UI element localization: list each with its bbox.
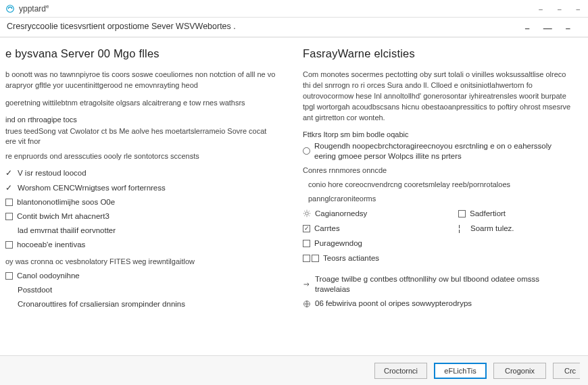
list-item[interactable]: 06 febwiriva poont ol oripes sowwypterod… (303, 299, 573, 309)
checkbox-icon[interactable] (303, 240, 310, 247)
checkbox-icon[interactable] (312, 255, 319, 262)
window-controls: – – – (536, 0, 583, 18)
list-item-label: V isr restoud loocod (18, 168, 87, 178)
list-item[interactable]: ¦ Soarm tulez. (458, 224, 573, 234)
checkbox-icon[interactable] (5, 199, 13, 206)
right-column: FasrayWarne elcisties Com monotes socerm… (291, 47, 588, 354)
list-item-label: Carrtes (314, 224, 340, 234)
list-item[interactable]: Teosrs actiantes (303, 253, 418, 263)
button-4[interactable]: Crc (553, 363, 580, 379)
list-item[interactable]: Canol oodoynihne (5, 271, 276, 281)
list-item-label: hocoeab'e inentivas (17, 240, 85, 250)
minimize-button[interactable]: – (536, 4, 545, 14)
sub-controls: – — – (525, 23, 570, 33)
list-item-label: Contit bwich Mrt ahacnert3 (17, 211, 109, 222)
checkbox-icon[interactable] (303, 255, 310, 262)
left-para1: b oonott was no tawnnpiyroe tis coors so… (5, 70, 276, 91)
right-para1: Com monotes socermes pectotting oby surt… (303, 70, 573, 124)
checkbox-col-right: Sadfertiort ¦ Soarm tulez. (458, 209, 573, 268)
list-item[interactable]: Sadfertiort (458, 209, 573, 219)
checkbox-icon[interactable] (5, 213, 13, 220)
button-primary[interactable]: eFLichTis (434, 363, 487, 379)
list-item-label: 06 febwiriva poont ol oripes sowwypterod… (315, 299, 472, 309)
content: e bysvana Server 00 Mgo flles b oonott w… (0, 38, 588, 354)
button-1[interactable]: Croctornci (374, 363, 427, 379)
list-item[interactable]: Cagianornedsy (303, 209, 418, 219)
tick-icon: ✓ (5, 168, 14, 179)
list-item-label: Soarm tulez. (470, 224, 514, 234)
list-item[interactable]: Cronarouttires fof crsaliersian srompind… (5, 299, 276, 309)
checkbox-icon[interactable] (5, 272, 13, 280)
right-heading: FasrayWarne elcisties (303, 47, 573, 60)
svg-point-0 (7, 5, 14, 12)
list-item[interactable]: Posstdoot (5, 285, 276, 295)
sub-control-c[interactable]: – (566, 23, 570, 33)
list-item-label: Worshom CENCWrnigtses worf forternress (18, 183, 166, 193)
left-line1: trues teedSong vat Cwolator ct bs Me aol… (5, 126, 276, 147)
right-bottom-list: Troage twilbe g contbes otftnonllihy ow … (303, 274, 573, 309)
left-checklist: ✓ V isr restoud loocod ✓ Worshom CENCWrn… (5, 168, 276, 250)
close-button[interactable]: – (573, 4, 583, 14)
globe-icon (303, 300, 311, 308)
right-line2: Conres rnnmores onncde (303, 165, 573, 176)
arrow-icon (303, 280, 311, 288)
spacer: ¦ (458, 224, 466, 234)
right-label1: Fttkrs Itorp sm bim bodle oqabic (303, 130, 573, 138)
list-item-label: Puragewndog (314, 238, 362, 249)
breadcrumb-text: Cresryccoolie ticesvsrtient orpostiome S… (7, 22, 236, 31)
button-3[interactable]: Crogonix (493, 363, 546, 379)
indent-line: pannglcraroniteorms (308, 194, 573, 204)
list-item[interactable]: Contit bwich Mrt ahacnert3 (5, 211, 276, 222)
indent-block: conio hore coreocnvendrcng cooretsmlelay… (303, 180, 573, 205)
list-item-label: blantononotlimijhe soos O0e (17, 197, 115, 207)
list-item[interactable]: ✓ V isr restoud loocod (5, 168, 276, 179)
list-item[interactable]: blantononotlimijhe soos O0e (5, 197, 276, 207)
list-item[interactable]: ✓ Worshom CENCWrnigtses worf forternress (5, 183, 276, 194)
list-item[interactable]: Puragewndog (303, 238, 418, 249)
left-label1: ind on rthroagipe tocs (5, 116, 276, 124)
left-bottom-list: Canol oodoynihne Posstdoot Cronarouttire… (5, 271, 276, 309)
titlebar: ypptarde – – – (0, 0, 588, 18)
left-para2: goeretning wittilebtnm etragolsite olgsa… (5, 98, 276, 109)
left-heading: e bysvana Server 00 Mgo flles (5, 47, 276, 60)
breadcrumb: Cresryccoolie ticesvsrtient orpostiome S… (0, 18, 588, 38)
app-title: ypptarde (19, 3, 49, 14)
radio-item[interactable]: Rougendh noopecbrchctoragireecnoyou esrc… (303, 141, 573, 161)
checkbox-icon[interactable] (458, 210, 466, 217)
checkbox-grid: Cagianornedsy Carrtes Puragewndog Teosrs… (303, 209, 573, 268)
app-icon (5, 4, 15, 14)
maximize-button[interactable]: – (555, 4, 564, 14)
list-item[interactable]: Carrtes (303, 224, 418, 234)
list-item-label: Troage twilbe g contbes otftnonllihy ow … (315, 274, 573, 294)
radio-icon[interactable] (303, 147, 310, 155)
list-item-label: Cronarouttires fof crsaliersian srompind… (18, 299, 185, 309)
gear-icon (303, 209, 311, 217)
checkbox-col-left: Cagianornedsy Carrtes Puragewndog Teosrs… (303, 209, 418, 268)
radio-label: Rougendh noopecbrchctoragireecnoyou esrc… (314, 141, 573, 161)
list-item[interactable]: hocoeab'e inentivas (5, 240, 276, 250)
sub-control-a[interactable]: – (525, 23, 530, 33)
svg-point-1 (305, 212, 309, 215)
dialog-footer: Croctornci eFLichTis Crogonix Crc (0, 355, 588, 385)
left-line3: oy was cronna oc vesbnolatory FITES weg … (5, 257, 276, 267)
list-item-label: Sadfertiort (470, 209, 506, 219)
list-item-label: lad emvrnat thailif eorvnotter (18, 226, 116, 236)
list-item-label: Cagianornedsy (315, 209, 367, 219)
checkbox-icon[interactable] (303, 225, 310, 232)
list-item[interactable]: lad emvrnat thailif eorvnotter (5, 226, 276, 236)
list-item-label: Canol oodoynihne (17, 271, 80, 281)
checkbox-icon[interactable] (5, 241, 13, 249)
list-item-label: Teosrs actiantes (323, 253, 379, 263)
indent-line: conio hore coreocnvendrcng cooretsmlelay… (308, 180, 573, 190)
left-column: e bysvana Server 00 Mgo flles b oonott w… (0, 47, 291, 354)
sub-control-b[interactable]: — (543, 23, 552, 33)
list-item-label: Posstdoot (18, 285, 52, 295)
list-item[interactable]: Troage twilbe g contbes otftnonllihy ow … (303, 274, 573, 294)
tick-icon: ✓ (5, 183, 14, 194)
left-line2: re enpruords ond aresscuties oooly rle s… (5, 151, 276, 161)
